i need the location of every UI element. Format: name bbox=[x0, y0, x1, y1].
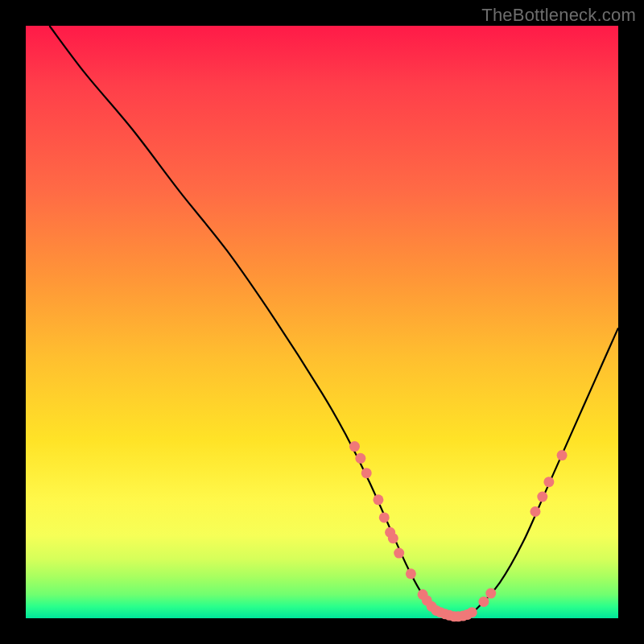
data-point bbox=[388, 533, 398, 543]
data-point bbox=[394, 548, 404, 559]
data-point bbox=[485, 588, 496, 599]
watermark-text: TheBottleneck.com bbox=[481, 5, 636, 26]
data-point bbox=[478, 597, 489, 607]
data-point bbox=[530, 506, 540, 517]
data-point bbox=[406, 568, 416, 579]
bottleneck-curve-svg bbox=[26, 26, 618, 618]
data-point bbox=[379, 512, 390, 522]
data-point bbox=[557, 450, 568, 460]
bottleneck-curve bbox=[49, 26, 618, 617]
plot-area bbox=[26, 26, 618, 618]
data-point bbox=[543, 477, 554, 487]
data-point bbox=[467, 607, 477, 617]
data-point bbox=[373, 494, 383, 505]
data-point bbox=[537, 492, 547, 502]
data-point bbox=[355, 453, 365, 464]
data-point bbox=[349, 441, 360, 452]
data-point bbox=[361, 468, 372, 478]
chart-frame: TheBottleneck.com bbox=[0, 0, 644, 644]
curve-markers bbox=[349, 441, 568, 621]
